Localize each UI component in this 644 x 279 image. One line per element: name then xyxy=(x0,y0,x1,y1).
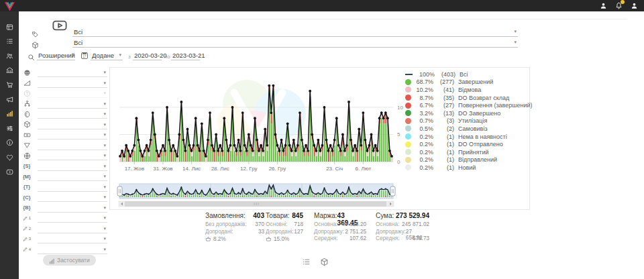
brace-s-icon: {S} xyxy=(23,162,31,170)
filter-select[interactable]: ▾ xyxy=(38,162,107,171)
filter-select[interactable]: ▾ xyxy=(38,110,107,119)
pencil-icon: 4 xyxy=(23,245,31,254)
legend-item[interactable]: 6.7%(27)Повернення (завершений) xyxy=(405,101,527,109)
legend-percent: 0.5% xyxy=(411,125,433,132)
legend-percent: 10.2% xyxy=(411,87,433,93)
legend-count: (1) xyxy=(433,133,454,140)
date-from-input[interactable]: 2020-03-20 xyxy=(133,60,162,60)
sidebar-item-analytics[interactable] xyxy=(5,109,14,119)
filter-select[interactable]: ▾ xyxy=(38,121,107,129)
pencil-icon: 2 xyxy=(23,225,31,233)
avatar-icon[interactable] xyxy=(630,1,639,10)
sidebar-item-loyalty[interactable] xyxy=(5,152,14,162)
apply-button[interactable]: Застосувати xyxy=(43,255,96,266)
filter-row-var-M: {M}▾ xyxy=(21,172,107,182)
main-sidebar xyxy=(0,11,19,279)
legend-item[interactable]: 0.7%(3)Утилізація xyxy=(405,117,527,125)
filter-select[interactable]: ▾ xyxy=(38,245,107,254)
filter-row-fingerprint: ▾ xyxy=(21,110,107,119)
legend-label: Утилізація xyxy=(458,117,487,124)
legend-item[interactable]: 10.2%(41)Відмова xyxy=(405,86,527,94)
navigator-right-handle[interactable] xyxy=(390,186,395,196)
legend-line-swatch xyxy=(405,74,413,75)
stat-subrow: Основні:718 xyxy=(266,221,303,229)
advanced-search-select[interactable]: Розширений ▾ xyxy=(37,60,75,60)
filter-row-help: ▾ xyxy=(21,89,107,99)
filter-select[interactable]: ▾ xyxy=(38,79,107,88)
filter-row-pen-3: 3▾ xyxy=(21,235,107,244)
legend-item[interactable]: 3.2%(13)DO Завершено xyxy=(405,109,527,117)
video-tag-icon[interactable] xyxy=(52,18,67,36)
legend-item[interactable]: 68.7%(277)Завершений xyxy=(405,78,527,87)
filter-row-var-T: {T}▾ xyxy=(21,183,107,192)
legend-item[interactable]: 0.2%(1)Прийнятий xyxy=(405,148,527,156)
chevron-down-icon: ▾ xyxy=(103,194,106,200)
filter-select[interactable]: ▾ xyxy=(38,131,107,140)
legend-item[interactable]: 100%(403)Всі xyxy=(405,70,527,78)
legend-item[interactable]: 8.7%(35)DO Возврат склад xyxy=(405,94,527,102)
content-divider xyxy=(50,19,627,19)
basket-icon xyxy=(205,236,211,242)
banknote-icon xyxy=(23,131,31,139)
legend-dot-swatch xyxy=(405,142,411,148)
legend-item[interactable]: 0.2%(1)Нема в наявності xyxy=(405,133,527,141)
filter-select[interactable]: ▾ xyxy=(38,204,107,213)
filter-select[interactable]: ▾ xyxy=(38,89,107,98)
filter-select[interactable]: ▾ xyxy=(38,172,107,181)
filter-select[interactable]: ▾ xyxy=(38,152,107,160)
sidebar-item-cart[interactable] xyxy=(5,80,14,89)
chevron-down-icon: ▾ xyxy=(103,247,106,252)
legend-item[interactable]: 0.2%(1)Відправлений xyxy=(405,156,527,164)
filter-select[interactable]: ▾ xyxy=(38,142,107,150)
chevron-down-icon: ▾ xyxy=(103,111,106,117)
navigator-left-handle[interactable] xyxy=(117,186,122,196)
legend-count: (2) xyxy=(433,125,454,132)
upsell-percent: 8.2% xyxy=(205,235,264,243)
legend-count: (403) xyxy=(435,71,455,78)
app-logo-icon[interactable] xyxy=(5,1,15,13)
scrollbar-thumb[interactable] xyxy=(125,201,386,207)
sidebar-item-marketing[interactable] xyxy=(5,95,14,104)
legend-dot-swatch xyxy=(405,149,411,155)
filter-row-funnel: ▾ xyxy=(21,142,107,151)
legend-item[interactable]: 0.5%(2)Самовивіз xyxy=(405,125,527,133)
filter-select[interactable]: ▾ xyxy=(38,235,107,243)
notifications-bell-icon[interactable] xyxy=(614,1,623,10)
legend-percent: 0.2% xyxy=(411,141,433,148)
legend-count: (41) xyxy=(433,87,454,93)
legend-count: (1) xyxy=(433,141,454,148)
filter-select[interactable]: ▾ xyxy=(38,214,107,223)
search-icon xyxy=(28,52,35,64)
sidebar-item-store[interactable] xyxy=(5,66,14,75)
legend-count: (1) xyxy=(433,164,454,171)
sidebar-item-integrations[interactable] xyxy=(5,123,14,133)
filter-select[interactable]: ▾ xyxy=(38,68,107,77)
legend-item[interactable]: 0.2%(1)Новий xyxy=(405,164,527,172)
cube-view-icon[interactable] xyxy=(320,257,329,266)
filter-select[interactable]: ▾ xyxy=(38,193,107,202)
filter-select[interactable]: ▾ xyxy=(38,183,107,192)
sidebar-item-video-help[interactable] xyxy=(5,167,14,176)
x-axis-label: 6. Лют xyxy=(356,166,372,172)
legend-count: (27) xyxy=(433,102,454,109)
filter-select[interactable]: ▾ xyxy=(38,100,107,109)
product-filter-select[interactable]: Всі ▾ xyxy=(72,47,518,48)
apply-label: Застосувати xyxy=(57,257,90,264)
sidebar-item-info[interactable] xyxy=(5,138,14,148)
stat-headline: Маржа:43 369.45 xyxy=(314,212,366,221)
sidebar-item-orders[interactable] xyxy=(5,37,14,46)
date-to-input[interactable]: 2023-03-21 xyxy=(171,60,200,60)
analytics-dashboard: Всі ▾ Всі ▾ Розширений ▾ 17 Додане ▾ з 2… xyxy=(0,0,644,279)
filter-select[interactable]: ▾ xyxy=(38,225,107,233)
status-filter-select[interactable]: Всі ▾ xyxy=(72,36,518,37)
cube-icon xyxy=(32,40,39,52)
sidebar-item-dashboard[interactable] xyxy=(5,22,14,32)
list-view-icon[interactable] xyxy=(302,257,311,266)
chevron-down-icon: ▾ xyxy=(103,215,106,221)
user-icon[interactable] xyxy=(599,1,608,10)
date-type-select[interactable]: Додане ▾ xyxy=(91,60,123,60)
org-icon xyxy=(23,100,31,108)
legend-item[interactable]: 0.2%(1)DO Отправлено xyxy=(405,140,527,148)
stat-subrow: Основна:245 871.02 xyxy=(376,221,429,229)
sidebar-item-clients[interactable] xyxy=(5,51,14,60)
